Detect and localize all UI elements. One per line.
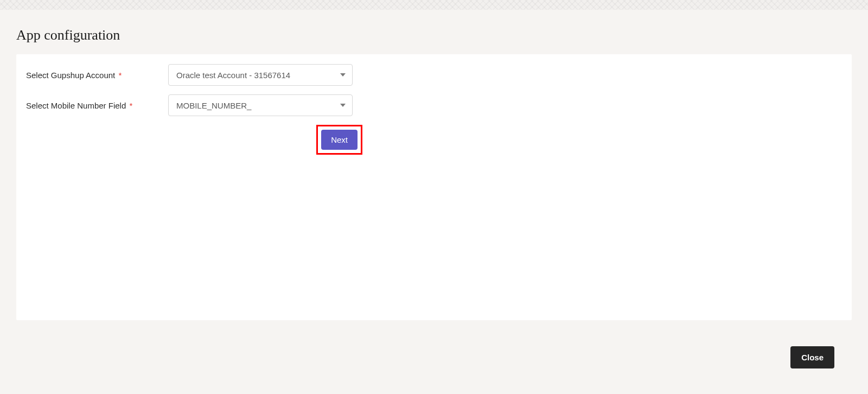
account-label-text: Select Gupshup Account (26, 71, 115, 80)
page-container: App configuration Select Gupshup Account… (0, 27, 868, 320)
page-title: App configuration (16, 27, 852, 43)
top-pattern-banner (0, 0, 868, 10)
mobile-field-select[interactable]: MOBILE_NUMBER_ (168, 94, 353, 116)
required-asterisk-icon: * (118, 71, 122, 80)
account-label: Select Gupshup Account * (26, 71, 168, 80)
mobile-field-select-wrapper: MOBILE_NUMBER_ (168, 94, 353, 116)
caret-down-icon (340, 104, 346, 107)
account-select[interactable]: Oracle test Account - 31567614 (168, 64, 353, 86)
account-row: Select Gupshup Account * Oracle test Acc… (26, 64, 842, 86)
caret-down-icon (340, 73, 346, 77)
required-asterisk-icon: * (129, 101, 132, 110)
next-button[interactable]: Next (321, 130, 358, 150)
next-button-highlight: Next (316, 125, 362, 155)
button-row: Next (26, 125, 362, 155)
mobile-field-label-text: Select Mobile Number Field (26, 101, 126, 110)
account-select-wrapper: Oracle test Account - 31567614 (168, 64, 353, 86)
mobile-field-row: Select Mobile Number Field * MOBILE_NUMB… (26, 94, 842, 116)
config-panel: Select Gupshup Account * Oracle test Acc… (16, 54, 852, 320)
account-select-value: Oracle test Account - 31567614 (176, 71, 290, 80)
mobile-field-select-value: MOBILE_NUMBER_ (176, 101, 251, 110)
close-button[interactable]: Close (790, 346, 834, 368)
mobile-field-label: Select Mobile Number Field * (26, 101, 168, 110)
